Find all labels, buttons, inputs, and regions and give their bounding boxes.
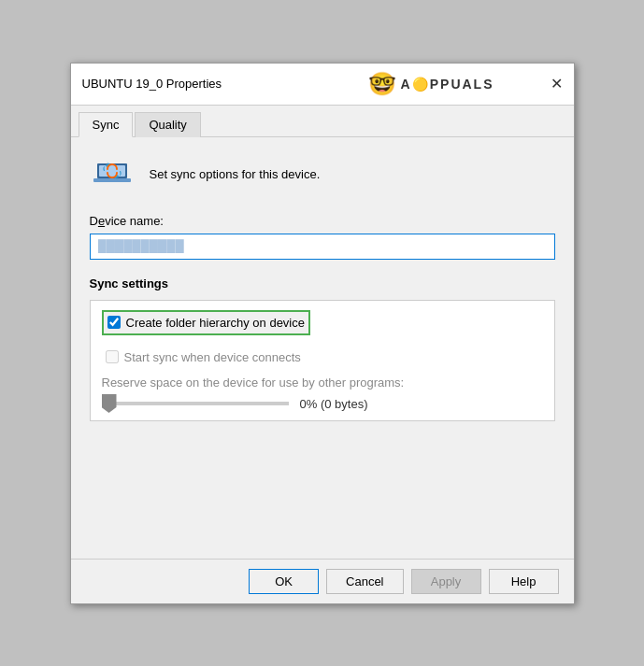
apply-button[interactable]: Apply [411, 569, 481, 594]
logo-text: A🟡PPUALS [401, 77, 494, 92]
sync-settings-box: Create folder hierarchy on device Start … [90, 300, 555, 421]
device-name-field: Device name: [90, 214, 555, 276]
close-button[interactable]: ✕ [551, 77, 563, 92]
ok-button[interactable]: OK [249, 569, 319, 594]
header-section: Set sync options for this device. [90, 152, 555, 197]
create-folder-row[interactable]: Create folder hierarchy on device [102, 310, 311, 335]
tab-sync[interactable]: Sync [79, 112, 134, 137]
create-folder-container: Create folder hierarchy on device [102, 310, 543, 343]
help-button[interactable]: Help [489, 569, 559, 594]
svg-rect-2 [99, 165, 125, 177]
device-name-input[interactable] [90, 234, 555, 260]
title-bar: UBUNTU 19_0 Properties 🤓 A🟡PPUALS ✕ [71, 64, 574, 106]
reserve-space-slider[interactable] [102, 402, 289, 405]
logo-emoji: 🤓 [368, 71, 397, 97]
device-name-label: Device name: [90, 214, 555, 228]
header-description: Set sync options for this device. [150, 167, 321, 181]
start-sync-checkbox[interactable] [106, 350, 119, 363]
create-folder-label: Create folder hierarchy on device [126, 316, 306, 330]
window-title: UBUNTU 19_0 Properties [82, 77, 222, 91]
sync-settings-title: Sync settings [90, 276, 555, 290]
create-folder-checkbox[interactable] [107, 316, 121, 329]
reserve-space-label: Reserve space on the device for use by o… [102, 376, 543, 390]
svg-rect-0 [93, 178, 131, 182]
bottom-bar: OK Cancel Apply Help [71, 559, 574, 603]
start-sync-row: Start sync when device connects [102, 347, 543, 368]
slider-row: 0% (0 bytes) [102, 397, 543, 411]
tab-bar: Sync Quality [71, 106, 574, 137]
sync-icon [90, 152, 135, 197]
appuals-logo: 🤓 A🟡PPUALS [368, 71, 494, 97]
sync-settings-section: Sync settings Create folder hierarchy on… [90, 276, 555, 421]
start-sync-label: Start sync when device connects [124, 350, 301, 364]
cancel-button[interactable]: Cancel [326, 569, 403, 594]
slider-value-label: 0% (0 bytes) [300, 397, 368, 411]
content-area: Set sync options for this device. Device… [71, 137, 574, 559]
tab-quality[interactable]: Quality [135, 112, 200, 137]
properties-window: UBUNTU 19_0 Properties 🤓 A🟡PPUALS ✕ Sync… [70, 63, 575, 604]
